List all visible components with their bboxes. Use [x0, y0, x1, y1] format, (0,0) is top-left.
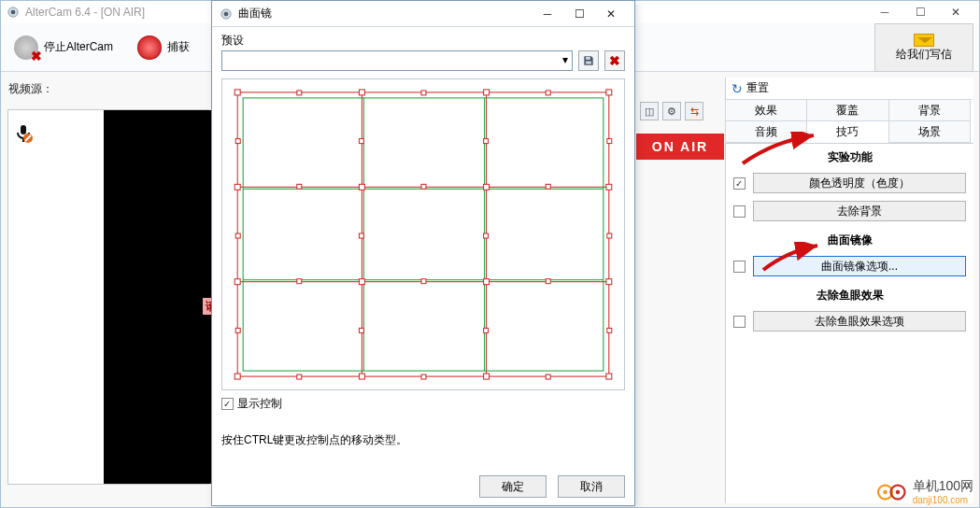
preset-dropdown[interactable]: ▾ — [221, 50, 573, 71]
remove-bg-checkbox[interactable] — [733, 205, 746, 218]
save-preset-button[interactable] — [578, 50, 599, 71]
svg-rect-51 — [607, 328, 612, 332]
svg-rect-50 — [607, 233, 612, 238]
fisheye-options-button[interactable]: 去除鱼眼效果选项 — [753, 311, 966, 332]
maximize-button[interactable]: ☐ — [902, 2, 938, 22]
crop-button[interactable]: ◫ — [640, 102, 659, 120]
svg-rect-2 — [21, 125, 26, 134]
watermark-logo-icon — [875, 481, 909, 503]
svg-rect-58 — [297, 184, 302, 189]
svg-rect-63 — [546, 279, 550, 284]
svg-rect-25 — [359, 90, 364, 95]
video-preview — [7, 109, 209, 485]
svg-rect-57 — [484, 328, 489, 332]
chroma-button[interactable]: 颜色透明度（色度） — [753, 173, 966, 193]
svg-rect-13 — [586, 62, 591, 64]
curved-checkbox[interactable] — [733, 261, 746, 273]
ok-button[interactable]: 确定 — [479, 475, 547, 498]
svg-rect-60 — [546, 184, 550, 189]
svg-rect-62 — [421, 279, 426, 284]
tab-audio[interactable]: 音频 — [725, 120, 807, 143]
svg-rect-42 — [546, 91, 550, 95]
tab-tricks[interactable]: 技巧 — [806, 120, 888, 143]
effects-panel: ↻ 重置 效果 覆盖 背景 音频 技巧 场景 实验功能 颜色透明度（色度） 去除… — [725, 78, 973, 503]
dialog-close-button[interactable]: ✕ — [595, 4, 627, 24]
curved-mirror-dialog: 曲面镜 ─ ☐ ✕ 预设 ▾ ✖ — [211, 0, 635, 506]
dialog-maximize-button[interactable]: ☐ — [563, 4, 595, 24]
settings-gear-button[interactable]: ⚙ — [662, 102, 681, 120]
section-fisheye: 去除鱼眼效果 — [726, 282, 973, 309]
svg-point-7 — [883, 489, 888, 494]
tab-scene[interactable]: 场景 — [888, 120, 971, 143]
svg-rect-54 — [359, 328, 363, 332]
svg-rect-44 — [421, 374, 426, 379]
tab-effects[interactable]: 效果 — [725, 99, 807, 121]
minimize-button[interactable]: ─ — [867, 2, 902, 22]
svg-rect-37 — [359, 374, 364, 379]
stop-altercam-button[interactable]: 停止AlterCam — [7, 32, 121, 64]
watermark-text-1: 单机100网 — [913, 478, 973, 495]
svg-rect-36 — [234, 374, 240, 379]
delete-preset-button[interactable]: ✖ — [604, 50, 625, 71]
record-icon — [137, 35, 162, 60]
stop-icon — [14, 35, 38, 60]
svg-rect-12 — [586, 57, 590, 60]
cancel-button[interactable]: 取消 — [558, 475, 625, 498]
watermark-text-2: danji100.com — [913, 495, 973, 505]
svg-rect-29 — [359, 184, 364, 190]
curved-options-button[interactable]: 曲面镜像选项... — [753, 256, 966, 276]
show-control-checkbox[interactable] — [221, 398, 234, 410]
ctrl-hint-text: 按住CTRL键更改控制点的移动类型。 — [221, 432, 625, 448]
svg-rect-47 — [235, 233, 240, 238]
svg-rect-35 — [606, 279, 612, 285]
reset-icon: ↻ — [731, 81, 743, 96]
show-control-checkbox-row: 显示控制 — [221, 396, 625, 412]
svg-rect-59 — [421, 184, 426, 189]
on-air-badge: ON AIR — [636, 134, 724, 160]
chevron-down-icon: ▾ — [562, 53, 568, 66]
svg-rect-39 — [606, 374, 612, 379]
svg-rect-30 — [484, 184, 490, 190]
video-preview-black — [104, 110, 218, 484]
reset-button[interactable]: ↻ 重置 — [726, 78, 973, 100]
svg-rect-40 — [297, 91, 302, 95]
swap-button[interactable]: ⇆ — [685, 102, 703, 120]
main-window-controls: ─ ☐ ✕ — [867, 2, 973, 22]
svg-rect-38 — [484, 374, 490, 379]
svg-rect-34 — [484, 279, 490, 285]
dialog-titlebar: 曲面镜 ─ ☐ ✕ — [212, 1, 634, 27]
svg-rect-31 — [606, 184, 612, 190]
section-experimental: 实验功能 — [726, 144, 973, 171]
watermark: 单机100网 danji100.com — [875, 478, 973, 505]
svg-rect-33 — [359, 279, 364, 285]
svg-rect-45 — [546, 374, 550, 379]
svg-point-9 — [895, 489, 900, 494]
feedback-button[interactable]: 给我们写信 — [874, 23, 973, 72]
capture-label: 捕获 — [167, 39, 190, 55]
dialog-minimize-button[interactable]: ─ — [532, 4, 563, 24]
microphone-muted-icon[interactable] — [12, 122, 35, 145]
close-button[interactable]: ✕ — [938, 2, 973, 22]
tab-overlay[interactable]: 覆盖 — [806, 99, 888, 121]
preview-tool-icons: ◫ ⚙ ⇆ — [640, 102, 703, 120]
curve-grid-canvas[interactable] — [221, 78, 625, 390]
svg-rect-52 — [359, 139, 363, 144]
svg-rect-26 — [484, 90, 490, 95]
svg-rect-46 — [235, 139, 240, 144]
remove-bg-button[interactable]: 去除背景 — [753, 201, 966, 221]
svg-rect-43 — [297, 374, 302, 379]
svg-rect-28 — [234, 184, 240, 190]
fisheye-checkbox[interactable] — [733, 316, 746, 328]
capture-button[interactable]: 捕获 — [130, 32, 197, 64]
svg-rect-32 — [234, 279, 240, 285]
chroma-checkbox[interactable] — [733, 177, 746, 190]
svg-point-11 — [224, 11, 229, 16]
preset-label: 预设 — [221, 33, 625, 49]
mail-icon — [914, 34, 934, 47]
svg-rect-56 — [484, 233, 489, 238]
dialog-title: 曲面镜 — [238, 6, 532, 21]
feedback-label: 给我们写信 — [896, 47, 952, 63]
tab-background[interactable]: 背景 — [888, 99, 971, 121]
svg-point-1 — [11, 10, 16, 15]
svg-rect-55 — [484, 139, 489, 144]
